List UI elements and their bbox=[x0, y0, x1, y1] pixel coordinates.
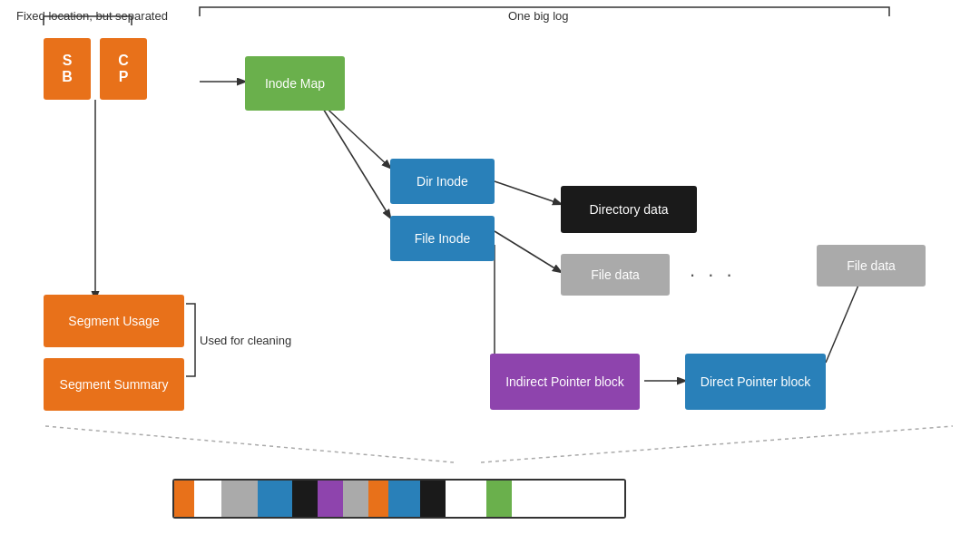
svg-line-3 bbox=[495, 181, 561, 204]
diagram: Fixed location, but separated One big lo… bbox=[0, 0, 980, 544]
bottom-bar bbox=[172, 479, 626, 519]
indirect-pointer-box: Indirect Pointer block bbox=[490, 354, 640, 410]
fixed-location-label: Fixed location, but separated bbox=[16, 9, 168, 23]
segment-usage-box: Segment Usage bbox=[44, 295, 184, 347]
one-big-log-label: One big log bbox=[508, 9, 569, 23]
svg-line-2 bbox=[318, 100, 390, 218]
svg-line-7 bbox=[826, 277, 862, 363]
inode-map-box: Inode Map bbox=[245, 56, 345, 111]
cp-box: C P bbox=[100, 38, 147, 100]
svg-line-9 bbox=[45, 426, 454, 462]
file-inode-box: File Inode bbox=[390, 216, 495, 261]
dots-label: · · · bbox=[690, 263, 736, 287]
directory-data-box: Directory data bbox=[561, 186, 697, 233]
used-for-cleaning-label: Used for cleaning bbox=[200, 334, 291, 347]
dots-svg bbox=[0, 417, 980, 471]
svg-line-4 bbox=[495, 231, 561, 272]
dir-inode-box: Dir Inode bbox=[390, 159, 495, 204]
segment-summary-box: Segment Summary bbox=[44, 358, 184, 411]
direct-pointer-box: Direct Pointer block bbox=[685, 354, 826, 410]
file-data2-box: File data bbox=[817, 245, 926, 287]
file-data1-box: File data bbox=[561, 254, 670, 296]
svg-line-10 bbox=[481, 426, 953, 462]
sb-box: S B bbox=[44, 38, 91, 100]
